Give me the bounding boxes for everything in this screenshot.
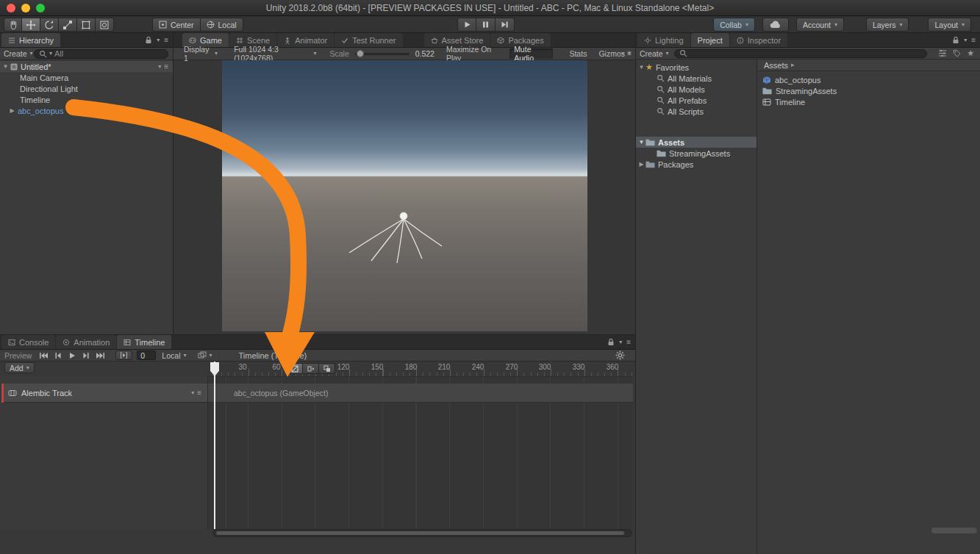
go-to-end-button[interactable] [96,352,105,359]
layout-button[interactable]: Layout ▾ [928,18,971,32]
panel-menu-icon[interactable]: ≡ [971,37,976,44]
hierarchy-item-timeline[interactable]: Timeline [0,94,173,105]
lock-icon[interactable] [145,36,152,44]
lock-icon[interactable] [952,36,959,44]
go-to-start-button[interactable] [39,352,48,359]
next-frame-button[interactable] [82,352,90,359]
search-by-type-icon[interactable] [938,49,947,57]
scale-slider[interactable] [355,53,409,55]
playhead-line[interactable] [214,361,215,529]
asset-abc-octopus[interactable]: abc_octopus [758,74,980,85]
rect-tool-button[interactable] [77,18,96,32]
hierarchy-item-directional-light[interactable]: Directional Light [0,83,173,94]
alembic-track-lane[interactable]: abc_octopus (GameObject) [208,384,633,403]
stats-toggle[interactable]: Stats [565,48,591,59]
scene-row[interactable]: ▼ Untitled* ▾≡ [0,61,173,72]
project-create-button[interactable]: Create ▾ [640,49,669,58]
tab-console[interactable]: Console [1,335,55,349]
panel-caret-icon[interactable]: ▾ [157,37,160,43]
favorite-all-scripts[interactable]: All Scripts [636,106,757,117]
layers-button[interactable]: Layers ▾ [866,18,909,32]
project-panel-icons: ▾ ≡ [952,36,976,44]
project-hscrollbar-thumb[interactable] [931,528,977,533]
rotation-mode-label: Local [218,21,237,29]
pivot-mode-button[interactable]: Center [152,18,201,32]
scale-slider-thumb[interactable] [357,50,364,57]
account-button[interactable]: Account ▾ [796,18,844,32]
timeline-play-button[interactable] [68,352,76,359]
favorite-all-models[interactable]: All Models [636,84,757,95]
hierarchy-search-value: All [54,49,63,58]
search-filter-caret-icon[interactable]: ▾ [49,51,52,57]
folder-streamingassets-row[interactable]: StreamingAssets [636,148,757,159]
frame-field[interactable]: 0 [137,350,156,360]
tab-timeline[interactable]: Timeline [117,335,171,349]
tab-project[interactable]: Project [691,33,729,47]
game-panel-menu[interactable]: ▾≡ [621,50,632,57]
alembic-track-header[interactable]: Alembic Track ▾≡ [1,384,207,403]
timeline-hscrollbar[interactable] [212,529,632,537]
preview-toggle[interactable]: Preview [4,351,32,360]
replace-mode-button[interactable] [319,363,335,374]
hierarchy-create-button[interactable]: Create ▾ [4,49,33,58]
panel-menu-icon[interactable]: ≡ [164,37,168,44]
tab-lighting[interactable]: Lighting [637,33,690,47]
maximize-on-play-toggle[interactable]: Maximize On Play [442,48,507,59]
panel-caret-icon[interactable]: ▾ [619,339,622,345]
folder-packages-row[interactable]: ▶ Packages [636,159,757,170]
favorite-search-icon[interactable]: ★ [967,49,974,57]
mix-mode-button[interactable] [287,363,303,374]
play-range-button[interactable] [115,350,132,360]
tab-hierarchy[interactable]: Hierarchy [1,33,60,47]
move-tool-button[interactable] [22,18,40,32]
hierarchy-search-input[interactable]: ▾ All [34,49,168,59]
scale-tool-button[interactable] [59,18,77,32]
tab-inspector-label: Inspector [748,36,781,45]
search-by-label-icon[interactable] [953,49,961,57]
previous-frame-button[interactable] [54,352,62,359]
timeline-ruler[interactable]: 30 60 90 120 150 180 210 240 270 300 330… [208,361,633,377]
folder-assets-row[interactable]: ▼ Assets [636,137,757,148]
step-button[interactable] [496,18,515,32]
play-button[interactable] [457,18,476,32]
track-menu[interactable]: ▾≡ [191,389,201,397]
clip-view-toggle[interactable]: ▾ [198,351,212,359]
favorites-row[interactable]: ▼ ★ Favorites [636,62,757,73]
track-hamburger-icon: ≡ [197,389,201,397]
time-ref-dropdown[interactable]: Local ▾ [162,351,186,360]
packages-disclosure-icon[interactable]: ▶ [637,161,645,168]
cloud-button[interactable] [762,18,789,32]
panel-menu-icon[interactable]: ≡ [626,339,631,346]
scene-disclosure-icon[interactable]: ▼ [1,63,10,70]
timeline-settings-gear-icon[interactable] [615,350,625,360]
scene-menu[interactable]: ▾≡ [158,63,168,71]
tab-animation[interactable]: Animation [56,335,116,349]
ripple-mode-button[interactable] [303,363,319,374]
pause-button[interactable] [476,18,496,32]
game-render-view[interactable] [222,60,587,331]
mute-audio-toggle[interactable]: Mute Audio [509,48,553,59]
favorites-disclosure-icon[interactable]: ▼ [637,64,645,71]
display-dropdown[interactable]: Display 1 ▾ [184,45,218,62]
add-track-button[interactable]: Add ▾ [4,362,35,373]
project-search-input[interactable] [674,49,927,58]
transform-tool-button[interactable] [96,18,114,32]
hierarchy-item-abc-octopus[interactable]: ▶ abc_octopus [0,105,173,116]
timeline-hscrollbar-thumb[interactable] [216,531,624,535]
rotate-tool-button[interactable] [40,18,59,32]
assets-disclosure-icon[interactable]: ▼ [637,139,645,145]
tab-test-runner[interactable]: Test Runner [335,33,402,47]
rotation-mode-button[interactable]: Local [201,18,243,32]
favorite-all-prefabs[interactable]: All Prefabs [636,95,757,106]
collab-button[interactable]: Collab ▾ [713,18,755,32]
project-breadcrumb[interactable]: Assets ▸ [758,60,980,71]
abc-octopus-disclosure-icon[interactable]: ▶ [8,107,16,114]
hierarchy-item-main-camera[interactable]: Main Camera [0,72,173,83]
asset-streamingassets[interactable]: StreamingAssets [758,85,980,96]
asset-timeline[interactable]: Timeline [758,96,980,107]
lock-icon[interactable] [607,338,615,346]
hand-tool-button[interactable] [4,18,22,32]
panel-caret-icon[interactable]: ▾ [964,37,967,43]
tab-inspector[interactable]: Inspector [730,33,787,47]
favorite-all-materials[interactable]: All Materials [636,73,757,84]
